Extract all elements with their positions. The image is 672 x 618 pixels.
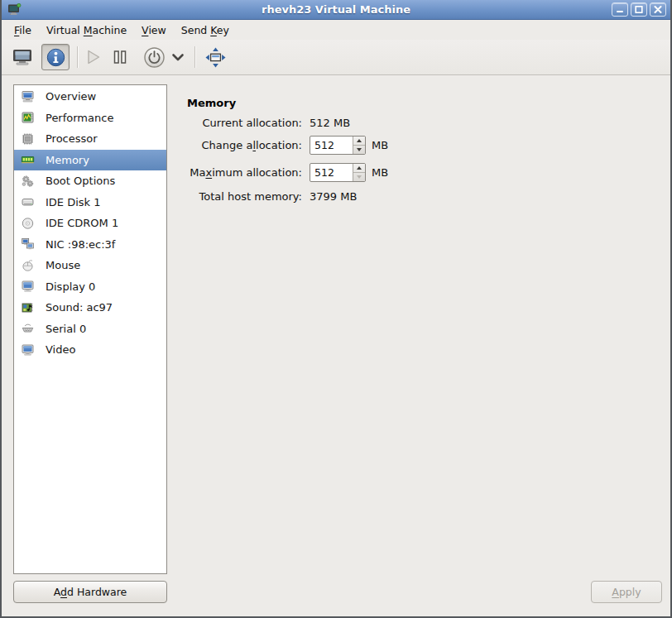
- change-allocation-input[interactable]: [310, 137, 353, 154]
- hard-disk-icon: [20, 195, 35, 209]
- sidebar-item-label: Display 0: [46, 280, 95, 293]
- sidebar-item-sound[interactable]: Sound: ac97: [14, 297, 166, 319]
- sidebar-item-ide-cdrom-1[interactable]: IDE CDROM 1: [14, 213, 166, 234]
- network-icon: [20, 237, 35, 252]
- menu-view[interactable]: View: [134, 20, 174, 40]
- window-title: rhevh23 Virtual Machine: [2, 3, 670, 16]
- console-icon[interactable]: [12, 46, 33, 68]
- menu-send-key[interactable]: Send Key: [174, 20, 237, 40]
- sidebar-item-ide-disk-1[interactable]: IDE Disk 1: [14, 192, 166, 213]
- video-display-icon: [20, 343, 35, 357]
- cpu-chip-icon: [20, 132, 35, 146]
- run-play-icon[interactable]: [83, 47, 103, 67]
- maximum-allocation-spinner: [310, 163, 366, 182]
- maximum-allocation-input[interactable]: [310, 164, 353, 181]
- sidebar-item-label: Processor: [46, 132, 98, 145]
- titlebar[interactable]: rhevh23 Virtual Machine: [2, 0, 670, 20]
- chevron-down-icon[interactable]: [170, 49, 186, 65]
- sidebar-item-overview[interactable]: Overview: [14, 86, 166, 108]
- sidebar-item-label: Sound: ac97: [46, 301, 113, 314]
- change-allocation-spinner: [310, 136, 366, 155]
- maximize-icon[interactable]: [631, 2, 647, 17]
- total-host-memory-row: Total host memory: 3799 MB: [185, 189, 357, 204]
- change-allocation-unit: MB: [372, 139, 388, 151]
- sidebar-item-label: IDE Disk 1: [46, 196, 101, 208]
- menubar: File Virtual Machine View Send Key: [2, 20, 670, 40]
- spin-down-icon[interactable]: [353, 173, 365, 181]
- pause-icon[interactable]: [110, 47, 130, 67]
- maximum-allocation-unit: MB: [372, 166, 388, 179]
- total-host-memory-label: Total host memory:: [185, 190, 302, 203]
- minimize-icon[interactable]: [612, 2, 628, 17]
- spin-up-icon[interactable]: [353, 137, 365, 146]
- toolbar-separator: [194, 46, 195, 68]
- spin-up-icon[interactable]: [353, 164, 365, 173]
- toolbar-separator: [77, 46, 78, 68]
- maximum-allocation-label: Maximum allocation:: [185, 166, 302, 179]
- sidebar-item-label: Boot Options: [46, 175, 115, 187]
- serial-port-icon: [20, 322, 35, 336]
- sidebar-item-video[interactable]: Video: [14, 339, 166, 361]
- current-allocation-value: 512 MB: [310, 117, 350, 129]
- vm-details-window: rhevh23 Virtual Machine File Virtual Mac…: [0, 0, 672, 618]
- ram-icon: [20, 153, 35, 167]
- gears-icon: [20, 174, 35, 188]
- sidebar-item-label: Memory: [46, 154, 89, 166]
- close-icon[interactable]: [650, 2, 666, 17]
- sound-card-icon: [20, 300, 35, 314]
- apply-button[interactable]: Apply: [591, 581, 662, 603]
- sidebar-item-performance[interactable]: Performance: [14, 108, 166, 129]
- performance-chart-icon: [20, 111, 35, 125]
- spin-down-icon[interactable]: [353, 146, 365, 154]
- sidebar-item-label: Video: [46, 343, 75, 356]
- sidebar-item-processor[interactable]: Processor: [14, 128, 166, 150]
- sidebar-item-nic[interactable]: NIC :98:ec:3f: [14, 234, 166, 256]
- current-allocation-row: Current allocation: 512 MB: [185, 115, 350, 130]
- maximum-allocation-row: Maximum allocation: MB: [185, 161, 388, 183]
- sidebar-item-label: NIC :98:ec:3f: [46, 238, 115, 251]
- sidebar-item-label: Serial 0: [46, 323, 86, 335]
- total-host-memory-value: 3799 MB: [310, 190, 357, 203]
- vm-window-icon: [7, 3, 22, 17]
- sidebar-item-label: Mouse: [46, 259, 80, 271]
- page-title: Memory: [187, 97, 236, 109]
- sidebar-item-label: IDE CDROM 1: [46, 217, 118, 229]
- cdrom-disc-icon: [20, 216, 35, 230]
- sidebar-item-boot-options[interactable]: Boot Options: [14, 170, 166, 192]
- change-allocation-label: Change allocation:: [185, 139, 302, 151]
- toolbar: [2, 40, 670, 75]
- mouse-icon: [20, 258, 35, 272]
- display-icon: [20, 280, 35, 294]
- shutdown-power-icon[interactable]: [143, 46, 166, 69]
- menu-virtual-machine[interactable]: Virtual Machine: [39, 20, 134, 40]
- sidebar-item-label: Overview: [46, 90, 96, 103]
- sidebar-item-memory[interactable]: Memory: [14, 150, 166, 171]
- sidebar-item-display-0[interactable]: Display 0: [14, 276, 166, 298]
- computer-icon: [20, 89, 35, 103]
- details-info-icon[interactable]: [41, 44, 70, 70]
- current-allocation-label: Current allocation:: [185, 117, 302, 129]
- fullscreen-icon[interactable]: [204, 46, 227, 69]
- sidebar-item-mouse[interactable]: Mouse: [14, 255, 166, 276]
- sidebar-item-label: Performance: [46, 112, 113, 124]
- details-content: Overview Performance Processor Memory Bo…: [2, 75, 670, 616]
- add-hardware-button[interactable]: Add Hardware: [13, 581, 167, 603]
- sidebar-item-serial-0[interactable]: Serial 0: [14, 319, 166, 340]
- menu-file[interactable]: File: [7, 20, 39, 40]
- hardware-list: Overview Performance Processor Memory Bo…: [13, 84, 167, 574]
- change-allocation-row: Change allocation: MB: [185, 134, 388, 156]
